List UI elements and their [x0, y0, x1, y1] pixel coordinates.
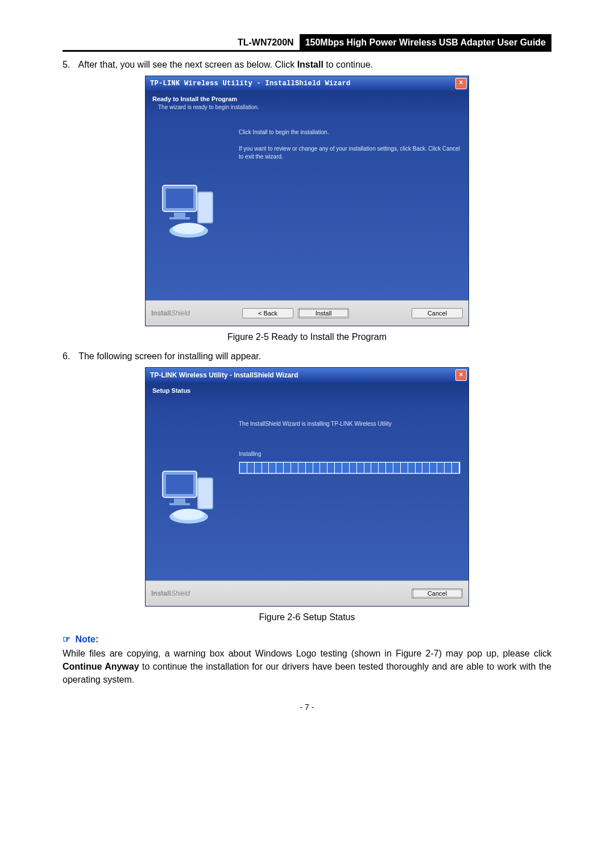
progress-bar: [239, 462, 460, 474]
cancel-button[interactable]: Cancel: [412, 588, 463, 599]
wizard2-subheading: [158, 396, 462, 402]
brand-a: Install: [151, 309, 171, 317]
figure-2-5-caption: Figure 2-5 Ready to Install the Program: [63, 332, 551, 342]
wizard2-msg1: The InstallShield Wizard is installing T…: [239, 420, 460, 429]
computer-icon: [157, 461, 225, 529]
svg-point-13: [173, 509, 205, 520]
brand-b: Shield: [171, 589, 190, 597]
step-6-number: 6.: [63, 351, 76, 362]
wizard1-header: Ready to Install the Program The wizard …: [146, 91, 468, 118]
note-label: Note:: [75, 634, 98, 644]
step-5-body-a: After that, you will see the next screen…: [78, 60, 297, 69]
wizard-setup-status: TP-LINK Wireless Utility - InstallShield…: [145, 367, 469, 607]
page-number: - 7 -: [63, 703, 551, 712]
installing-label: Installing: [239, 450, 460, 459]
step-5-body-b: to continue.: [323, 60, 373, 69]
svg-rect-4: [198, 192, 213, 223]
installshield-brand: InstallShield: [151, 309, 190, 317]
svg-rect-10: [169, 503, 190, 505]
wizard1-titlebar: TP-LINK Wireless Utility - InstallShield…: [146, 76, 468, 91]
step-5-text: 5. After that, you will see the next scr…: [63, 60, 551, 70]
step-6-body: The following screen for installing will…: [78, 351, 261, 361]
back-button[interactable]: < Back: [242, 308, 293, 318]
installshield-brand: InstallShield: [151, 589, 190, 597]
figure-2-6-caption: Figure 2-6 Setup Status: [63, 612, 551, 622]
brand-a: Install: [151, 589, 171, 597]
wizard2-heading: Setup Status: [152, 387, 462, 394]
wizard1-body: Click Install to begin the installation.…: [146, 118, 468, 300]
hand-icon: ☞: [63, 634, 70, 644]
note-body: While files are copying, a warning box a…: [63, 647, 551, 687]
note-body-a: While files are copying, a warning box a…: [63, 649, 551, 658]
wizard1-msg2: If you want to review or change any of y…: [239, 145, 460, 161]
wizard1-msg1: Click Install to begin the installation.: [239, 128, 460, 137]
note-heading: ☞ Note:: [63, 634, 551, 645]
wizard1-heading: Ready to Install the Program: [152, 95, 462, 102]
wizard2-footer: InstallShield Cancel: [146, 580, 468, 606]
wizard2-titlebar: TP-LINK Wireless Utility - InstallShield…: [146, 368, 468, 383]
wizard1-subheading: The wizard is ready to begin installatio…: [158, 104, 462, 110]
model-number: TL-WN7200N: [238, 34, 300, 50]
wizard2-content: The InstallShield Wizard is installing T…: [237, 410, 468, 580]
wizard1-title: TP-LINK Wireless Utility - InstallShield…: [150, 80, 351, 88]
install-button[interactable]: Install: [298, 308, 349, 318]
step-5-number: 5.: [63, 60, 76, 70]
note-bold: Continue Anyway: [63, 662, 139, 671]
wizard1-graphic: [146, 118, 237, 300]
close-icon[interactable]: ×: [455, 78, 467, 89]
wizard2-title: TP-LINK Wireless Utility - InstallShield…: [150, 371, 298, 379]
brand-b: Shield: [171, 309, 190, 317]
computer-icon: [157, 175, 225, 243]
wizard2-graphic: [146, 410, 237, 580]
wizard1-content: Click Install to begin the installation.…: [237, 118, 468, 300]
page-header: TL-WN7200N 150Mbps High Power Wireless U…: [63, 34, 551, 52]
close-icon[interactable]: ×: [455, 369, 467, 381]
step-5-bold: Install: [297, 60, 323, 69]
step-6-text: 6. The following screen for installing w…: [63, 351, 551, 362]
svg-rect-1: [166, 189, 193, 208]
wizard-ready-install: TP-LINK Wireless Utility - InstallShield…: [145, 76, 469, 326]
doc-title: 150Mbps High Power Wireless USB Adapter …: [300, 34, 551, 50]
svg-point-6: [173, 223, 205, 234]
wizard2-header: Setup Status: [146, 383, 468, 410]
svg-rect-11: [198, 478, 213, 509]
wizard2-body: The InstallShield Wizard is installing T…: [146, 410, 468, 580]
wizard1-footer: InstallShield < Back Install Cancel: [146, 300, 468, 326]
svg-rect-3: [169, 217, 190, 219]
svg-rect-2: [174, 213, 185, 217]
svg-rect-9: [174, 499, 185, 503]
svg-rect-8: [166, 475, 193, 494]
cancel-button[interactable]: Cancel: [412, 308, 463, 318]
